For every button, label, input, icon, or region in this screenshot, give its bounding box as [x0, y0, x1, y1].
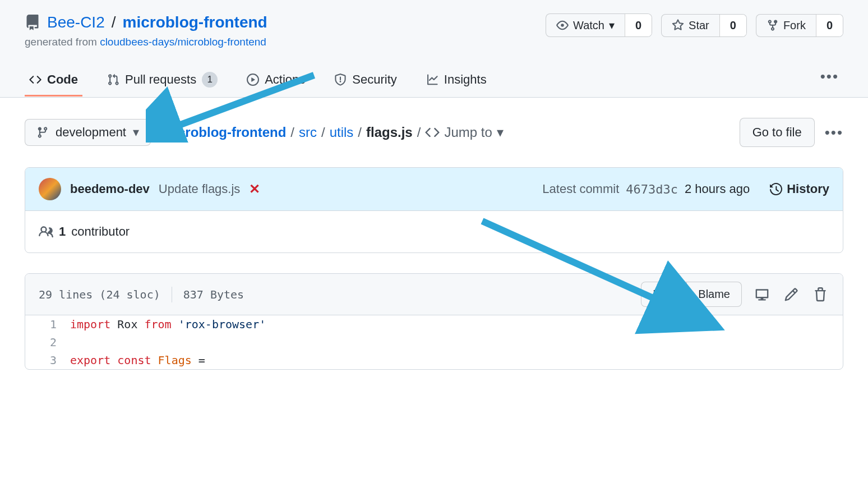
- repo-icon: [25, 15, 40, 30]
- history-label: History: [787, 182, 829, 196]
- breadcrumb: microblog-frontend / src / utils / flags…: [162, 125, 504, 140]
- pull-request-icon: [107, 74, 119, 86]
- branch-name: development: [56, 125, 126, 140]
- tab-security-label: Security: [352, 72, 396, 87]
- tabs-left: Code Pull requests 1 Actions Security In…: [25, 64, 491, 97]
- tab-insights-label: Insights: [444, 72, 487, 87]
- tab-code[interactable]: Code: [25, 65, 82, 97]
- star-label: Star: [689, 19, 709, 32]
- edit-button[interactable]: [782, 286, 800, 304]
- caret-down-icon: ▾: [133, 125, 139, 140]
- desktop-icon: [755, 287, 769, 302]
- raw-blame-group: Raw Blame: [641, 282, 742, 307]
- subhead-left: development ▾ microblog-frontend / src /…: [25, 119, 504, 146]
- pencil-icon: [784, 287, 798, 302]
- breadcrumb-root[interactable]: microblog-frontend: [162, 125, 286, 140]
- jump-to-label: Jump to: [444, 125, 492, 140]
- star-button-group: Star 0: [661, 14, 747, 37]
- file-meta: 29 lines (24 sloc) 837 Bytes: [39, 287, 244, 302]
- jump-to-dropdown[interactable]: Jump to ▾: [425, 125, 503, 140]
- tab-actions[interactable]: Actions: [242, 65, 310, 97]
- breadcrumb-src[interactable]: src: [299, 125, 317, 140]
- tab-pull-requests[interactable]: Pull requests 1: [103, 64, 222, 97]
- breadcrumb-sep: /: [321, 125, 325, 140]
- people-icon: [39, 224, 53, 239]
- line-content: import Rox from 'rox-browser': [70, 315, 266, 333]
- generated-from-label: generated from: [25, 36, 100, 48]
- fork-icon: [767, 19, 779, 31]
- history-link[interactable]: History: [770, 182, 829, 196]
- commit-hash[interactable]: 4673d3c: [626, 182, 678, 196]
- status-failed-icon[interactable]: ✕: [249, 181, 260, 197]
- tab-pulls-label: Pull requests: [125, 72, 196, 87]
- repo-slash: /: [112, 13, 116, 31]
- watch-count[interactable]: 0: [625, 14, 652, 36]
- delete-button[interactable]: [811, 286, 829, 304]
- tab-code-label: Code: [47, 72, 78, 87]
- avatar[interactable]: [39, 178, 61, 200]
- trash-icon: [813, 287, 828, 302]
- branch-selector[interactable]: development ▾: [25, 119, 151, 146]
- code-line: 2: [25, 333, 843, 351]
- file-actions: Raw Blame: [641, 282, 829, 307]
- breadcrumb-sep: /: [290, 125, 294, 140]
- line-number[interactable]: 2: [25, 333, 70, 351]
- tabs-overflow-menu[interactable]: •••: [816, 68, 843, 93]
- star-button[interactable]: Star: [662, 15, 719, 36]
- repo-actions: Watch ▾ 0 Star 0 Fork 0: [546, 13, 843, 37]
- eye-icon: [556, 19, 569, 31]
- branch-icon: [36, 126, 49, 139]
- line-content: export const Flags =: [70, 351, 205, 369]
- breadcrumb-current: flags.js: [366, 125, 413, 140]
- commit-author[interactable]: beedemo-dev: [70, 182, 150, 196]
- commit-message[interactable]: Update flags.js: [159, 182, 241, 196]
- raw-button[interactable]: Raw: [641, 282, 686, 306]
- divider: [172, 287, 172, 302]
- line-number[interactable]: 3: [25, 351, 70, 369]
- blame-button[interactable]: Blame: [686, 282, 741, 306]
- repo-owner-link[interactable]: Bee-CI2: [47, 13, 105, 31]
- code-line: 3 export const Flags =: [25, 351, 843, 369]
- caret-down-icon: ▾: [609, 19, 615, 32]
- fork-label: Fork: [783, 19, 806, 32]
- star-count[interactable]: 0: [719, 15, 746, 36]
- code-area: 1 import Rox from 'rox-browser' 2 3 expo…: [25, 315, 843, 369]
- code-icon: [29, 74, 41, 86]
- commit-left: beedemo-dev Update flags.js ✕: [39, 178, 260, 200]
- subhead-right: Go to file •••: [740, 118, 843, 147]
- shield-icon: [334, 74, 347, 86]
- breadcrumb-utils[interactable]: utils: [330, 125, 354, 140]
- commit-time: 2 hours ago: [685, 182, 750, 196]
- fork-button[interactable]: Fork: [756, 15, 816, 36]
- contributors-row: 1 contributor: [25, 211, 843, 252]
- fork-button-group: Fork 0: [756, 14, 843, 37]
- go-to-file-button[interactable]: Go to file: [740, 118, 815, 147]
- main: development ▾ microblog-frontend / src /…: [0, 98, 868, 390]
- repo-title-block: Bee-CI2 / microblog-frontend generated f…: [25, 13, 267, 48]
- commit-row: beedemo-dev Update flags.js ✕ Latest com…: [25, 168, 843, 211]
- file-overflow-menu[interactable]: •••: [825, 124, 843, 141]
- watch-button-group: Watch ▾ 0: [546, 13, 652, 37]
- contributors-label: contributor: [71, 224, 130, 239]
- fork-count[interactable]: 0: [816, 15, 843, 36]
- breadcrumb-sep: /: [358, 125, 362, 140]
- tab-insights[interactable]: Insights: [422, 65, 491, 97]
- pulls-badge: 1: [202, 72, 218, 88]
- desktop-button[interactable]: [753, 286, 771, 304]
- header-top: Bee-CI2 / microblog-frontend generated f…: [25, 13, 843, 48]
- tab-actions-label: Actions: [265, 72, 305, 87]
- code-line: 1 import Rox from 'rox-browser': [25, 315, 843, 333]
- graph-icon: [426, 74, 438, 86]
- tab-security[interactable]: Security: [330, 65, 401, 97]
- caret-down-icon: ▾: [497, 125, 504, 140]
- line-number[interactable]: 1: [25, 315, 70, 333]
- generated-from-link[interactable]: cloudbees-days/microblog-frontend: [100, 36, 266, 48]
- repo-name-link[interactable]: microblog-frontend: [123, 13, 267, 31]
- repo-title: Bee-CI2 / microblog-frontend: [25, 13, 267, 31]
- play-icon: [247, 74, 259, 86]
- commit-right: Latest commit 4673d3c 2 hours ago Histor…: [542, 182, 829, 196]
- watch-label: Watch: [573, 19, 604, 32]
- watch-button[interactable]: Watch ▾: [546, 14, 625, 36]
- commit-box: beedemo-dev Update flags.js ✕ Latest com…: [25, 167, 843, 253]
- repo-header: Bee-CI2 / microblog-frontend generated f…: [0, 0, 868, 98]
